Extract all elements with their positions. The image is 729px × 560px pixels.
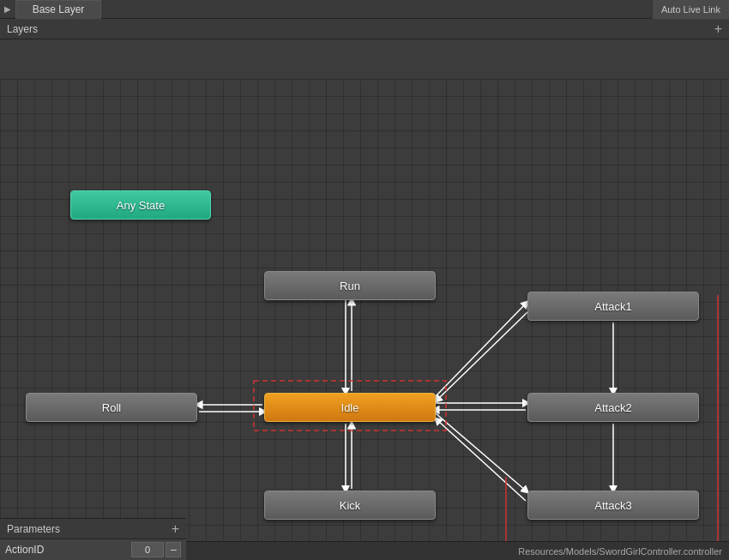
parameters-bar: Parameters + xyxy=(0,519,186,539)
svg-line-7 xyxy=(436,304,526,396)
idle-node[interactable]: Idle xyxy=(264,393,436,422)
param-value-input[interactable] xyxy=(131,542,164,557)
attack3-node[interactable]: Attack3 xyxy=(527,491,699,520)
auto-live-link-button[interactable]: Auto Live Link xyxy=(652,0,729,19)
layers-add-button[interactable]: + xyxy=(714,22,722,36)
layers-label: Layers xyxy=(7,23,38,35)
param-minus-button[interactable]: − xyxy=(166,542,181,557)
parameters-add-button[interactable]: + xyxy=(172,521,179,537)
kick-node[interactable]: Kick xyxy=(264,491,436,520)
param-name-label: ActionID xyxy=(5,544,131,556)
layers-bar: Layers + xyxy=(0,19,729,39)
bottom-panel: Parameters + ActionID − xyxy=(0,518,186,560)
tab-bar: ▶ Base Layer Auto Live Link xyxy=(0,0,729,19)
status-text: Resources/Models/SwordGirlController.con… xyxy=(518,546,722,557)
any-state-node[interactable]: Any State xyxy=(70,190,211,220)
roll-node[interactable]: Roll xyxy=(26,393,197,422)
active-tab[interactable]: Base Layer xyxy=(15,0,101,19)
svg-line-8 xyxy=(437,312,527,400)
tab-arrow[interactable]: ▶ xyxy=(0,0,15,19)
svg-line-11 xyxy=(436,413,526,491)
param-row: ActionID − xyxy=(0,539,186,560)
run-node[interactable]: Run xyxy=(264,271,436,300)
svg-line-12 xyxy=(437,420,526,501)
canvas-area: Any State Run Idle Roll Kick Attack1 Att… xyxy=(0,79,729,559)
status-bar: Resources/Models/SwordGirlController.con… xyxy=(186,541,729,560)
parameters-label: Parameters xyxy=(7,523,60,535)
attack2-node[interactable]: Attack2 xyxy=(527,393,699,422)
attack1-node[interactable]: Attack1 xyxy=(527,292,699,321)
